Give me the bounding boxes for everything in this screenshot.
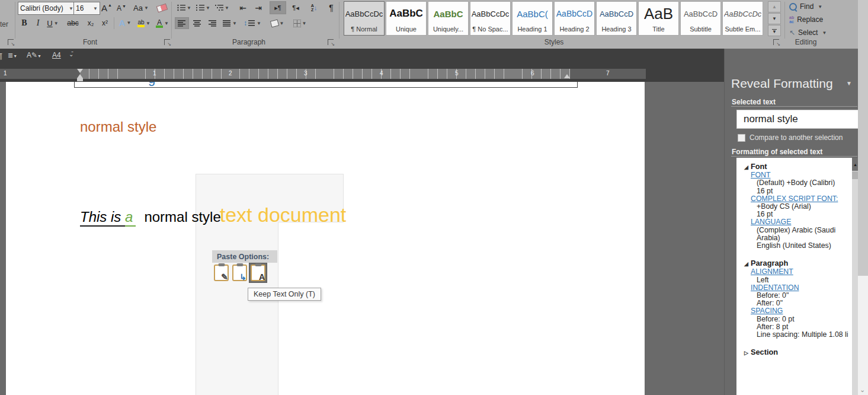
align-center-button[interactable] bbox=[191, 18, 204, 28]
merge-formatting-button[interactable]: ↳ bbox=[231, 263, 248, 282]
style-label: Title bbox=[652, 26, 664, 35]
underline-button[interactable]: U▼ bbox=[45, 17, 60, 29]
formatting-property-link[interactable]: SPACING bbox=[751, 307, 850, 315]
increase-indent-button[interactable]: ⇥ bbox=[251, 2, 265, 13]
subscript-button[interactable]: x₂ bbox=[84, 17, 97, 29]
collapsed-toolbar-strip: ¶ ≣▼ A✎▼ A4 ⌄̄ bbox=[0, 49, 724, 64]
group-separator bbox=[171, 2, 172, 39]
clipboard-dialog-launcher[interactable] bbox=[8, 39, 14, 45]
section-header-paragraph[interactable]: ◢Paragraph bbox=[744, 259, 850, 268]
line-spacing-button[interactable]: ↕ ▼ bbox=[243, 18, 262, 28]
left-to-right-button[interactable]: ▸¶ bbox=[270, 2, 286, 14]
paste-options-buttons: ✎↳A bbox=[213, 263, 267, 282]
bullets-button[interactable]: ▼ bbox=[176, 2, 193, 13]
styles-more-button[interactable]: ▼ bbox=[768, 25, 781, 36]
section-header-font[interactable]: ◢Font bbox=[744, 163, 850, 171]
find-button[interactable]: Find▼ bbox=[789, 2, 822, 11]
style-tile--normal[interactable]: AaBbCcDc¶ Normal bbox=[344, 1, 385, 36]
bold-button[interactable]: B bbox=[19, 17, 30, 29]
highlight-color-button[interactable]: ab ▼ bbox=[135, 17, 153, 30]
style-tile-title[interactable]: AaBTitle bbox=[638, 1, 679, 36]
window-scrollbar[interactable]: ⌄ bbox=[858, 0, 868, 395]
style-tile-subtle-em-[interactable]: AaBbCcDcSubtle Em... bbox=[722, 1, 763, 36]
style-label: Unique bbox=[396, 26, 417, 35]
up-arrow-icon: ▲ bbox=[108, 3, 112, 7]
align-left-button[interactable] bbox=[175, 18, 188, 28]
ruler-left-margin[interactable] bbox=[0, 69, 80, 79]
paragraph-dialog-launcher[interactable] bbox=[328, 39, 334, 45]
compare-checkbox-row[interactable]: Compare to another selection bbox=[738, 133, 843, 142]
style-tile-heading-2[interactable]: AaBbCcDHeading 2 bbox=[554, 1, 595, 36]
justify-button[interactable]: ▼ bbox=[222, 18, 238, 28]
down-arrow-icon: ↓ bbox=[314, 4, 318, 11]
tooltip: Keep Text Only (T) bbox=[248, 288, 321, 301]
style-tile-heading-3[interactable]: AaBbCcDHeading 3 bbox=[596, 1, 637, 36]
font-dialog-launcher[interactable] bbox=[164, 39, 170, 45]
formatting-property-link[interactable]: ALIGNMENT bbox=[751, 268, 850, 276]
formatting-property-value: Before: 0 pt bbox=[757, 316, 850, 323]
selected-text-label: Selected text bbox=[732, 98, 776, 106]
style-tile--no-spac-[interactable]: AaBbCcDc¶ No Spac... bbox=[470, 1, 511, 36]
first-line-indent-marker[interactable] bbox=[77, 69, 83, 73]
style-label: Uniquely... bbox=[433, 26, 463, 35]
numbering-button[interactable]: ▼ bbox=[195, 2, 212, 13]
underlined-italic-text: This is bbox=[80, 209, 125, 227]
show-formatting-marks-button[interactable]: ¶ bbox=[325, 2, 338, 14]
right-indent-marker[interactable] bbox=[564, 74, 570, 78]
collapse-icon[interactable]: ◢ bbox=[744, 164, 748, 170]
style-sample: AaBbCcD bbox=[600, 2, 633, 26]
section-header-section[interactable]: ▷Section bbox=[744, 348, 850, 357]
chevron-down-icon: ▼ bbox=[126, 20, 131, 26]
keep-text-only-button[interactable]: A bbox=[249, 263, 267, 282]
formatting-property-link[interactable]: LANGUAGE bbox=[751, 218, 850, 226]
sort-button[interactable]: AZ ↓ bbox=[307, 2, 321, 14]
ruler-number: 1 bbox=[4, 70, 7, 77]
font-name-combo[interactable]: Calibri (Body)▼ bbox=[18, 2, 76, 15]
shading-button[interactable]: ▼ bbox=[268, 18, 287, 28]
document-page[interactable]: g normal style This is anormal styletext… bbox=[6, 82, 645, 395]
superscript-button[interactable]: x² bbox=[98, 17, 111, 29]
align-right-button[interactable] bbox=[206, 18, 219, 28]
font-color-button[interactable]: A ▼ bbox=[154, 17, 171, 30]
change-case-button[interactable]: Aa▼ bbox=[132, 2, 150, 14]
replace-button[interactable]: abac Replace bbox=[789, 15, 823, 24]
font-dialog-icon[interactable]: A4 bbox=[52, 51, 61, 59]
style-tile-unique[interactable]: AaBbCUnique bbox=[386, 1, 427, 36]
hanging-indent-marker[interactable] bbox=[77, 74, 83, 78]
italic-button[interactable]: I bbox=[33, 17, 43, 29]
grow-font-button[interactable]: A▲ bbox=[100, 2, 114, 14]
multilevel-list-button[interactable]: ▼ bbox=[214, 2, 230, 13]
text-effects-button[interactable]: A▼ bbox=[117, 17, 133, 28]
small-separator bbox=[114, 17, 114, 29]
strikethrough-button[interactable]: abc bbox=[64, 17, 82, 29]
pane-title: Reveal Formatting bbox=[731, 77, 833, 91]
style-brush-icon[interactable]: A✎▼ bbox=[27, 51, 41, 59]
styles-scroll-up-button[interactable]: ▲ bbox=[768, 1, 781, 12]
collapse-icon[interactable]: ◢ bbox=[744, 261, 748, 267]
selected-text-box[interactable]: normal style bbox=[736, 110, 859, 129]
style-sample: AaBbCcD bbox=[684, 2, 718, 26]
pane-menu-chevron-icon[interactable]: ▼ bbox=[846, 80, 852, 87]
left-indent-marker[interactable] bbox=[77, 78, 83, 81]
checkbox[interactable] bbox=[738, 134, 745, 142]
window-scrollbar-thumb[interactable] bbox=[858, 0, 868, 276]
more-options-icon[interactable]: ⌄̄ bbox=[69, 51, 73, 58]
right-to-left-button[interactable]: ¶◂ bbox=[288, 2, 303, 14]
expand-icon[interactable]: ▷ bbox=[744, 350, 748, 356]
select-button[interactable]: ↖ Select▼ bbox=[789, 28, 827, 37]
borders-button[interactable]: ▼ bbox=[290, 18, 309, 28]
style-tile-heading-1[interactable]: AaBbC(Heading 1 bbox=[512, 1, 553, 36]
document-line-2: This is anormal styletext document bbox=[80, 203, 346, 227]
pilcrow-icon: ¶ bbox=[0, 52, 2, 60]
numbered-list-icon[interactable]: ≣▼ bbox=[8, 52, 17, 59]
style-sample: AaB bbox=[644, 2, 673, 26]
style-tile-uniquely-[interactable]: AaBbCUniquely... bbox=[428, 1, 469, 36]
shrink-font-button[interactable]: A▼ bbox=[115, 3, 128, 14]
styles-scroll-down-button[interactable]: ▼ bbox=[768, 13, 781, 24]
font-size-combo[interactable]: 16▼ bbox=[73, 2, 100, 15]
scroll-down-icon[interactable]: ⌄ bbox=[860, 386, 865, 394]
decrease-indent-button[interactable]: ⇤ bbox=[236, 2, 250, 13]
clear-formatting-button[interactable] bbox=[155, 3, 168, 12]
style-tile-subtitle[interactable]: AaBbCcDSubtitle bbox=[680, 1, 721, 36]
keep-source-formatting-button[interactable]: ✎ bbox=[213, 263, 230, 282]
